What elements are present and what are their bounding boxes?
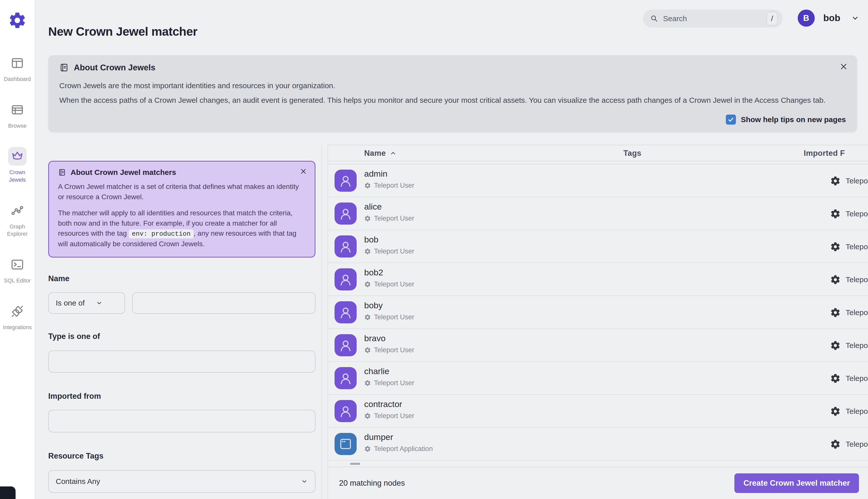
table-row[interactable]: bob2Teleport UserTelepo	[328, 263, 868, 296]
imported-from-cell: Telepo	[830, 296, 868, 329]
sidebar-item-browse[interactable]: Browse	[8, 100, 27, 130]
gear-icon	[830, 307, 841, 318]
gear-icon	[830, 175, 841, 186]
user-icon	[335, 268, 357, 291]
imported-from-value: Telepo	[846, 177, 868, 185]
banner-paragraph: When the access paths of a Crown Jewel c…	[59, 96, 847, 105]
close-icon[interactable]	[300, 168, 307, 175]
imported-from-field-label: Imported from	[48, 392, 315, 401]
avatar[interactable]: B	[798, 10, 815, 27]
page-title: New Crown Jewel matcher	[48, 25, 197, 38]
imported-from-cell: Telepo	[830, 263, 868, 296]
table-row[interactable]: adminTeleport UserTelepo	[328, 164, 868, 197]
search-bar[interactable]: /	[643, 10, 783, 28]
sidebar-nav: DashboardBrowseCrown JewelsGraph Explore…	[2, 54, 33, 331]
table-row[interactable]: bravoTeleport UserTelepo	[328, 329, 868, 362]
table-row[interactable]: charlieTeleport UserTelepo	[328, 362, 868, 395]
table-body: adminTeleport UserTelepoaliceTeleport Us…	[328, 164, 868, 461]
table-header: Name Tags Imported F	[328, 145, 868, 161]
type-value-input[interactable]	[48, 351, 315, 373]
user-icon	[335, 301, 357, 324]
about-crown-jewels-banner: About Crown Jewels Crown Jewels are the …	[48, 55, 857, 132]
book-icon	[59, 63, 69, 72]
panel-divider	[322, 145, 322, 499]
node-type: Teleport User	[374, 247, 414, 255]
sort-ascending-icon	[389, 149, 397, 157]
gear-icon	[830, 242, 841, 252]
node-type: Teleport User	[374, 379, 414, 387]
sidebar-item-label: Crown Jewels	[2, 169, 33, 183]
node-name: dumper	[364, 432, 433, 442]
banner-title: About Crown Jewels	[74, 63, 156, 72]
table-footer: 20 matching nodes Create Crown Jewel mat…	[328, 467, 868, 499]
column-header-imported-from[interactable]: Imported F	[804, 145, 845, 161]
table-row[interactable]: bobTeleport UserTelepo	[328, 230, 868, 263]
bottom-corner-panel	[0, 486, 15, 499]
column-header-tags[interactable]: Tags	[623, 145, 642, 161]
imported-from-cell: Telepo	[830, 329, 868, 362]
plug-icon	[10, 304, 24, 318]
search-icon	[650, 14, 658, 23]
sidebar-item-label: Browse	[8, 122, 26, 130]
table-row[interactable]: bobyTeleport UserTelepo	[328, 296, 868, 329]
close-icon[interactable]	[839, 62, 848, 71]
imported-from-cell: Telepo	[830, 362, 868, 395]
node-type: Teleport User	[374, 280, 414, 288]
node-name: contractor	[364, 399, 414, 409]
type-field-label: Type is one of	[48, 332, 315, 341]
imported-from-value: Telepo	[846, 209, 868, 218]
node-name: bob2	[364, 268, 414, 277]
node-name: bravo	[364, 333, 414, 343]
imported-from-cell: Telepo	[830, 164, 868, 197]
imported-from-value: Telepo	[846, 276, 868, 284]
imported-from-cell: Telepo	[830, 395, 868, 428]
user-icon	[335, 334, 357, 356]
imported-from-input[interactable]	[48, 410, 315, 433]
resource-tags-field-label: Resource Tags	[48, 451, 315, 461]
user-icon	[335, 170, 357, 192]
tags-operator-select[interactable]: Contains Any	[48, 470, 315, 493]
sidebar-item-integrations[interactable]: Integrations	[3, 302, 32, 331]
scrollbar-thumb[interactable]	[350, 463, 360, 465]
sidebar-item-dashboard[interactable]: Dashboard	[4, 54, 31, 83]
table-row[interactable]: contractorTeleport UserTelepo	[328, 395, 868, 428]
infobox-paragraph: The matcher will apply to all identities…	[58, 208, 306, 249]
app-logo-gear-icon[interactable]	[8, 11, 27, 30]
node-type: Teleport User	[374, 346, 414, 354]
node-name: boby	[364, 301, 414, 310]
column-header-name[interactable]: Name	[364, 145, 397, 161]
table-header-strip	[328, 161, 868, 164]
gear-icon	[364, 446, 371, 452]
matcher-form-panel: About Crown Jewel matchers A Crown Jewel…	[48, 161, 315, 499]
code-chip: env: production	[129, 229, 194, 239]
sidebar-item-sql-editor[interactable]: SQL Editor	[4, 255, 31, 284]
user-menu[interactable]: B bob	[798, 10, 859, 27]
app-window-icon	[335, 433, 357, 455]
name-value-input[interactable]	[132, 292, 315, 314]
user-icon	[335, 203, 357, 224]
imported-from-value: Telepo	[846, 440, 868, 449]
table-row[interactable]: aliceTeleport UserTelepo	[328, 197, 868, 230]
search-input[interactable]	[663, 14, 762, 23]
node-name: bob	[364, 235, 414, 244]
imported-from-value: Telepo	[846, 407, 868, 416]
matching-nodes-table: Name Tags Imported F adminTeleport UserT…	[327, 145, 868, 499]
name-operator-select[interactable]: Is one of	[48, 292, 125, 314]
gear-icon	[364, 314, 371, 320]
gear-icon	[830, 373, 841, 384]
gear-icon	[364, 347, 371, 354]
chevron-down-icon[interactable]	[851, 14, 859, 22]
show-help-tips-checkbox[interactable]	[726, 114, 736, 125]
sidebar-item-crown-jewels[interactable]: Crown Jewels	[2, 147, 33, 183]
sidebar: DashboardBrowseCrown JewelsGraph Explore…	[0, 0, 35, 499]
dashboard-icon	[10, 56, 24, 70]
imported-from-value: Telepo	[846, 374, 868, 383]
sidebar-item-graph-explorer[interactable]: Graph Explorer	[2, 201, 33, 238]
horizontal-scrollbar[interactable]	[328, 461, 868, 467]
gear-icon	[830, 208, 841, 219]
create-crown-jewel-matcher-button[interactable]: Create Crown Jewel matcher	[734, 473, 859, 493]
table-row[interactable]: dumperTeleport ApplicationTelepo	[328, 428, 868, 461]
crown-icon	[10, 149, 24, 163]
user-icon	[335, 400, 357, 422]
user-icon	[335, 235, 357, 257]
